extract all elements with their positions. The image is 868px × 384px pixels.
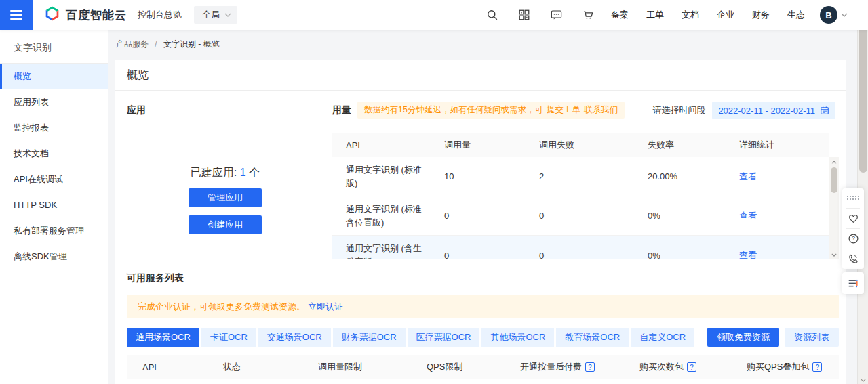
scroll-up-icon[interactable] <box>829 157 839 167</box>
tab-medical-ocr[interactable]: 医疗票据OCR <box>408 328 480 347</box>
table-scrollbar[interactable] <box>829 157 839 259</box>
claim-free-resources-button[interactable]: 领取免费资源 <box>707 328 779 347</box>
col-status: 状态 <box>223 361 318 373</box>
hamburger-menu-icon[interactable] <box>0 0 33 30</box>
usage-table: API 调用量 调用失败 失败率 详细统计 通用文字识别 (标准版) 10 2 … <box>332 133 839 259</box>
top-navbar: 百度智能云 控制台总览 全局 <box>0 0 868 30</box>
nav-link-gongdan[interactable]: 工单 <box>646 9 664 21</box>
floating-toolbar: ? <box>842 188 864 269</box>
tab-finance-ocr[interactable]: 财务票据OCR <box>333 328 406 347</box>
help-icon[interactable]: ? <box>812 362 822 372</box>
row-fail-rate: 0% <box>634 211 726 221</box>
favorite-heart-icon[interactable] <box>842 209 864 228</box>
table-row: 通用文字识别 (标准含位置版) 0 0 0% 查看 <box>332 196 829 236</box>
submit-ticket-link[interactable]: 提交工单 <box>547 104 580 116</box>
view-detail-link[interactable]: 查看 <box>739 250 757 259</box>
survey-feedback-icon[interactable] <box>842 272 864 294</box>
help-circle-icon[interactable]: ? <box>842 229 864 249</box>
phone-contact-icon[interactable] <box>842 249 864 269</box>
col-api: API <box>332 140 431 150</box>
col-postpaid: 开通按量后付费? <box>520 361 639 373</box>
nav-link-wendang[interactable]: 文档 <box>682 9 699 21</box>
breadcrumb-parent[interactable]: 产品服务 <box>116 39 149 49</box>
tab-general-ocr[interactable]: 通用场景OCR <box>127 328 199 347</box>
create-app-button[interactable]: 创建应用 <box>189 215 262 234</box>
sidebar-item-api-debug[interactable]: API在线调试 <box>0 167 108 192</box>
help-icon[interactable]: ? <box>585 362 595 372</box>
region-selector[interactable]: 全局 <box>194 6 237 24</box>
built-apps-label: 已建应用: <box>191 167 237 178</box>
services-section-title: 可用服务列表 <box>127 272 184 284</box>
sidebar-item-private-deploy[interactable]: 私有部署服务管理 <box>0 218 108 244</box>
services-table-header: API 状态 调用量限制 QPS限制 开通按量后付费? 购买次数包? 购买QPS… <box>127 355 839 379</box>
brand-logo[interactable]: 百度智能云 <box>43 5 127 25</box>
notice-text: 数据约有15分钟延迟，如有任何疑问或需求，可 <box>364 104 543 116</box>
sidebar-item-http-sdk[interactable]: HTTP SDK <box>0 192 108 218</box>
app-summary-panel: 已建应用: 1 个 管理应用 创建应用 <box>127 133 323 259</box>
date-range-picker[interactable]: 2022-02-11 - 2022-02-11 <box>712 102 835 119</box>
col-qps-limit: QPS限制 <box>427 361 520 373</box>
tab-other-ocr[interactable]: 其他场景OCR <box>481 328 554 347</box>
sidebar-item-monitor-report[interactable]: 监控报表 <box>0 115 108 141</box>
row-fails: 0 <box>526 251 634 260</box>
tab-education-ocr[interactable]: 教育场景OCR <box>556 328 629 347</box>
message-icon[interactable] <box>549 8 563 22</box>
row-fails: 0 <box>526 211 634 221</box>
contact-us-link[interactable]: 联系我们 <box>584 104 618 116</box>
date-picker-area: 请选择时间段 2022-02-11 - 2022-02-11 <box>652 102 835 119</box>
row-fail-rate: 20.00% <box>634 171 726 182</box>
brand-name: 百度智能云 <box>66 7 127 23</box>
ocr-category-tabs: 通用场景OCR 卡证OCR 交通场景OCR 财务票据OCR 医疗票据OCR 其他… <box>127 328 694 347</box>
nav-link-caiwu[interactable]: 财务 <box>752 9 770 21</box>
usage-delay-notice: 数据约有15分钟延迟，如有任何疑问或需求，可 提交工单 联系我们 <box>357 102 625 119</box>
scroll-down-icon[interactable] <box>829 250 839 259</box>
nav-link-shengtai[interactable]: 生态 <box>787 9 805 21</box>
manage-app-button[interactable]: 管理应用 <box>189 188 262 207</box>
col-fails: 调用失败 <box>526 139 634 151</box>
col-calls: 调用量 <box>431 139 526 151</box>
drag-handle-icon[interactable] <box>842 188 864 208</box>
col-count-package: 购买次数包? <box>639 361 747 373</box>
cart-icon[interactable] <box>581 8 595 22</box>
sidebar-item-app-list[interactable]: 应用列表 <box>0 89 108 115</box>
search-icon[interactable] <box>486 8 499 22</box>
row-calls: 0 <box>431 251 526 260</box>
nav-link-beian[interactable]: 备案 <box>611 9 629 21</box>
row-fails: 2 <box>526 171 634 182</box>
calendar-icon <box>820 106 829 115</box>
sidebar-item-offline-sdk[interactable]: 离线SDK管理 <box>0 244 108 270</box>
row-api: 通用文字识别 (标准含位置版) <box>332 202 431 230</box>
scrollbar-thumb[interactable] <box>831 167 837 193</box>
nav-link-qiye[interactable]: 企业 <box>717 9 734 21</box>
page-title: 概览 <box>115 60 846 91</box>
sidebar-item-overview[interactable]: 概览 <box>0 64 108 89</box>
view-detail-link[interactable]: 查看 <box>739 171 757 182</box>
chevron-down-icon <box>841 13 848 17</box>
breadcrumb-current: 文字识别 - 概览 <box>163 39 220 49</box>
avatar[interactable]: B <box>820 6 837 24</box>
certify-now-link[interactable]: 立即认证 <box>308 301 343 313</box>
col-detail: 详细统计 <box>726 139 829 151</box>
breadcrumb: 产品服务 / 文字识别 - 概览 <box>116 39 220 50</box>
date-range-value: 2022-02-11 - 2022-02-11 <box>718 106 815 116</box>
console-overview-link[interactable]: 控制台总览 <box>138 9 182 21</box>
page-scroll-down-icon[interactable] <box>858 377 868 384</box>
table-row: 通用文字识别 (标准版) 10 2 20.00% 查看 <box>332 157 829 196</box>
page-scrollbar-thumb[interactable] <box>859 8 867 173</box>
certification-banner: 完成企业认证，可领取更多免费测试资源。 立即认证 <box>127 295 839 318</box>
apps-grid-icon[interactable] <box>517 8 531 22</box>
tab-custom-ocr[interactable]: 自定义OCR <box>631 328 694 347</box>
sidebar-item-tech-docs[interactable]: 技术文档 <box>0 141 108 167</box>
user-menu[interactable]: B <box>820 6 848 24</box>
resource-list-button[interactable]: 资源列表 <box>785 328 839 347</box>
app-section-title: 应用 <box>127 104 146 116</box>
help-icon[interactable]: ? <box>687 362 696 372</box>
tab-card-ocr[interactable]: 卡证OCR <box>201 328 256 347</box>
row-fail-rate: 0% <box>634 251 726 260</box>
navbar-icons <box>486 8 595 22</box>
navbar-links: 备案 工单 文档 企业 财务 生态 <box>611 9 805 21</box>
view-detail-link[interactable]: 查看 <box>739 211 757 221</box>
usage-table-header: API 调用量 调用失败 失败率 详细统计 <box>332 133 829 157</box>
tab-traffic-ocr[interactable]: 交通场景OCR <box>258 328 331 347</box>
built-apps-unit: 个 <box>249 167 260 178</box>
